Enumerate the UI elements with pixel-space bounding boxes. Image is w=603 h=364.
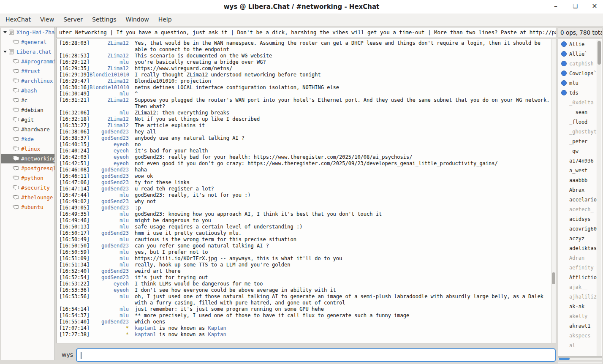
tree-label: #postgresql: [21, 165, 54, 171]
user-row[interactable]: adeliktas: [558, 243, 602, 253]
channel-row--thelounge[interactable]: #thelounge: [1, 193, 54, 202]
menu-server[interactable]: Server: [59, 14, 87, 26]
user-row[interactable]: a_west: [558, 166, 602, 175]
chat-timestamp: [16:30:49]: [57, 91, 90, 97]
user-row[interactable]: akspecs: [558, 331, 602, 340]
chat-scrollbar[interactable]: [551, 39, 556, 343]
message-input[interactable]: [76, 348, 556, 362]
user-row[interactable]: aefinity: [558, 263, 602, 272]
menu-view[interactable]: View: [35, 14, 59, 26]
minimize-icon[interactable]: –: [547, 0, 564, 14]
channel-row--c[interactable]: #c: [1, 95, 54, 105]
menu-settings[interactable]: Settings: [87, 14, 121, 26]
chat-message: I really thought ZLima12 understood netw…: [132, 72, 550, 78]
user-row[interactable]: Adran: [558, 253, 602, 263]
user-row[interactable]: mlu: [558, 78, 602, 88]
maximize-icon[interactable]: ❏: [567, 0, 584, 14]
channel-row--security[interactable]: #security: [1, 183, 54, 193]
channel-row--archlinux[interactable]: #archlinux: [1, 76, 54, 86]
userlist-hscrollbar-thumb[interactable]: [559, 358, 570, 360]
user-row[interactable]: a174n936: [558, 156, 602, 166]
user-row[interactable]: akrawt1: [558, 321, 602, 331]
chat-message: really, hook up some TTS to a LLM and yo…: [132, 262, 550, 268]
channel-icon: [13, 175, 19, 181]
chat-message: kaptan1 is now known as Kaptan: [132, 325, 550, 331]
user-row[interactable]: Cowclops`: [558, 68, 602, 78]
user-row[interactable]: akelly: [558, 311, 602, 321]
user-row[interactable]: _ghostbyt: [558, 127, 602, 136]
user-row[interactable]: acetech_: [558, 204, 602, 214]
chat-line: [17:07:14]*kaptan1 is now known as Kapta…: [57, 325, 550, 331]
user-row[interactable]: accelario: [558, 195, 602, 204]
user-row[interactable]: __sean__: [558, 107, 602, 117]
channel-row--python[interactable]: #python: [1, 173, 54, 183]
user-row[interactable]: Afflictio: [558, 272, 602, 282]
user-row[interactable]: acovrig60: [558, 224, 602, 234]
channel-row--hardware[interactable]: #hardware: [1, 125, 54, 134]
user-row[interactable]: al: [558, 340, 602, 350]
chat-message: u read teh register a lot?: [132, 186, 550, 192]
user-name: acovrig60: [569, 226, 597, 232]
channel-icon: [13, 98, 19, 103]
user-row[interactable]: aaabbb: [558, 175, 602, 185]
menu-window[interactable]: Window: [121, 14, 153, 26]
chat-message: ** more precisely, I used one of those t…: [132, 312, 550, 319]
chat-message: This scenario is documented on the WG we…: [132, 53, 550, 59]
userlist-hscrollbar[interactable]: [558, 357, 602, 360]
channel-row--debian[interactable]: #debian: [1, 105, 54, 115]
expander-icon[interactable]: [3, 51, 7, 53]
user-row[interactable]: tds: [558, 88, 602, 98]
chat-line: [16:42:03]eyeohgodSend23: really bad for…: [57, 154, 550, 160]
chat-timestamp: [16:50:49]: [57, 236, 90, 243]
userlist-scrollbar[interactable]: [597, 40, 601, 356]
channel-icon: [13, 88, 19, 93]
chat-timestamp: [16:47:06]: [57, 179, 90, 186]
close-icon[interactable]: ✕: [586, 0, 603, 14]
chat-line: [16:49:05]godSend23:p: [57, 205, 550, 211]
user-row[interactable]: aczyz: [558, 234, 602, 243]
channel-icon: [13, 156, 19, 161]
userlist-hscrollbar-2[interactable]: [558, 361, 602, 364]
tree-label: #python: [21, 175, 43, 181]
user-row[interactable]: Allie`: [558, 49, 602, 59]
user-row[interactable]: ajak__: [558, 282, 602, 292]
server-icon: [8, 30, 14, 35]
chat-line: [16:54:37]mlu** more precisely, I used o…: [57, 312, 550, 319]
chat-message: cautious is the wrong term for this prec…: [132, 236, 550, 243]
user-row[interactable]: _flood: [558, 117, 602, 127]
user-row[interactable]: acidsys: [558, 214, 602, 224]
channel-row--linux[interactable]: #linux: [1, 144, 54, 154]
user-row[interactable]: _peter: [558, 136, 602, 146]
network-row-libera-chat[interactable]: Libera.Chat: [1, 47, 54, 57]
user-name: _0xdelta: [569, 100, 594, 106]
user-row[interactable]: _qw_: [558, 146, 602, 156]
channel-row--programming[interactable]: ##programming: [1, 57, 54, 66]
channel-row--ubuntu[interactable]: #ubuntu: [1, 202, 54, 212]
channel-row--networking[interactable]: #networking: [1, 154, 54, 163]
chat-nick: ZLima12: [90, 122, 132, 129]
chat-nick: mlu: [90, 293, 132, 306]
user-row[interactable]: ak-ak: [558, 302, 602, 311]
chat-scrollbar-thumb[interactable]: [552, 272, 555, 284]
chat-line: [16:49:46]mlumight be dangerous to you: [57, 217, 550, 224]
user-row[interactable]: Abrax: [558, 185, 602, 195]
userlist-scrollbar-thumb[interactable]: [598, 41, 601, 65]
channel-row--postgresql[interactable]: #postgresql: [1, 163, 54, 173]
network-row-xing-hai-zhan[interactable]: Xing-Hai-Zhan: [1, 27, 54, 37]
menu-help[interactable]: Help: [154, 14, 177, 26]
user-row[interactable]: _0xdelta: [558, 98, 602, 107]
channel-row--rust[interactable]: ##rust: [1, 66, 54, 76]
menu-hexchat[interactable]: HexChat: [1, 14, 35, 26]
chat-line: [16:29:35]ZLima12https://www.wireguard.c…: [57, 65, 550, 72]
chat-line: [16:47:06]godSend23ty for these links: [57, 179, 550, 186]
chat-timestamp: [16:47:14]: [57, 186, 90, 192]
channel-row--kde[interactable]: #kde: [1, 134, 54, 144]
channel-row--git[interactable]: #git: [1, 115, 54, 125]
user-row[interactable]: ajhalili2: [558, 292, 602, 302]
user-row[interactable]: Allie: [558, 39, 602, 49]
topic-bar[interactable]: uter Networking | If you have a question…: [56, 27, 556, 38]
channel-row--bash[interactable]: #bash: [1, 86, 54, 95]
expander-icon[interactable]: [3, 31, 7, 33]
channel-row--general[interactable]: #general: [1, 37, 54, 47]
user-row[interactable]: catphish: [558, 59, 602, 68]
